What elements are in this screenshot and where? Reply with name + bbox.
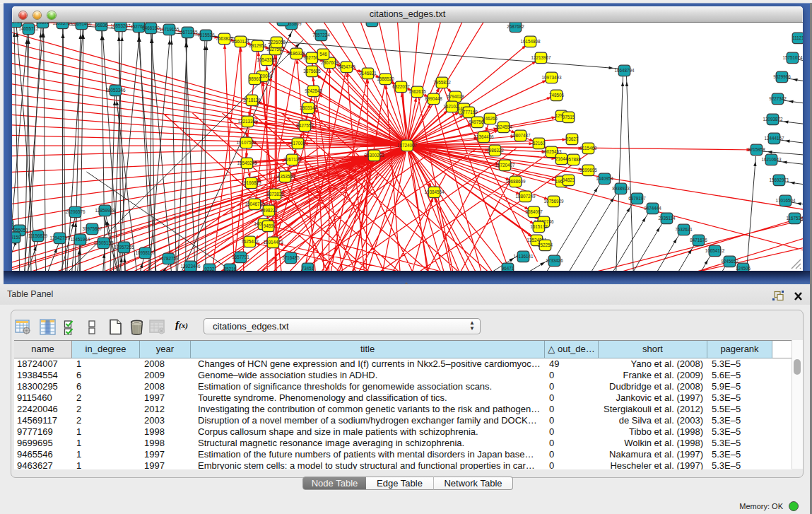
svg-text:546: 546	[319, 52, 327, 57]
svg-text:7955812: 7955812	[433, 80, 451, 85]
svg-text:11353594: 11353594	[276, 174, 295, 179]
svg-text:8990448: 8990448	[425, 96, 442, 101]
svg-text:12859928: 12859928	[95, 208, 115, 213]
svg-text:5716485: 5716485	[282, 255, 300, 260]
svg-text:96836: 96836	[95, 23, 108, 28]
svg-text:417006: 417006	[290, 141, 306, 146]
svg-text:9329966: 9329966	[773, 74, 791, 79]
svg-text:15720407: 15720407	[495, 163, 515, 168]
svg-text:6794028: 6794028	[447, 94, 464, 99]
svg-text:16782759: 16782759	[158, 256, 179, 261]
svg-text:3875685: 3875685	[303, 69, 321, 74]
svg-text:8873832: 8873832	[266, 192, 284, 197]
svg-text:9242848: 9242848	[305, 88, 322, 93]
svg-text:9146821: 9146821	[359, 71, 377, 76]
svg-text:8215958: 8215958	[748, 147, 765, 152]
svg-text:17957255: 17957255	[114, 245, 134, 250]
svg-text:9245652: 9245652	[721, 259, 739, 264]
svg-text:10756929: 10756929	[543, 199, 564, 204]
svg-text:8660124: 8660124	[232, 39, 249, 44]
svg-text:10654112: 10654112	[705, 248, 725, 253]
svg-text:8938923: 8938923	[612, 186, 630, 191]
svg-text:6322037: 6322037	[392, 84, 410, 89]
svg-text:30975867: 30975867	[82, 226, 102, 231]
svg-text:3267130: 3267130	[283, 157, 301, 162]
svg-text:10853267: 10853267	[110, 23, 131, 28]
svg-text:19384554: 19384554	[424, 189, 445, 194]
svg-text:26053346: 26053346	[105, 88, 126, 93]
svg-text:11121: 11121	[792, 35, 803, 40]
svg-text:1615132: 1615132	[530, 224, 548, 229]
svg-text:8427552: 8427552	[296, 123, 314, 128]
svg-text:10973493: 10973493	[541, 75, 562, 80]
svg-text:11451944: 11451944	[71, 237, 90, 242]
svg-text:7625402: 7625402	[241, 239, 259, 244]
svg-text:12444157: 12444157	[764, 136, 784, 141]
svg-text:1167534: 1167534	[786, 216, 803, 221]
svg-text:7515526: 7515526	[197, 33, 215, 37]
svg-text:73451: 73451	[302, 266, 314, 271]
svg-text:18724007: 18724007	[397, 143, 418, 148]
svg-text:6879197: 6879197	[628, 196, 646, 201]
svg-text:12213967: 12213967	[531, 55, 551, 60]
svg-text:2367608: 2367608	[321, 60, 339, 65]
svg-text:7632621: 7632621	[675, 227, 693, 232]
svg-text:7986322: 7986322	[486, 148, 504, 153]
svg-text:93627: 93627	[566, 136, 579, 141]
svg-text:7663822: 7663822	[216, 36, 233, 41]
svg-text:9498222: 9498222	[260, 208, 278, 213]
svg-text:20206576: 20206576	[65, 209, 86, 214]
svg-text:10688609: 10688609	[505, 179, 526, 184]
svg-text:12942757: 12942757	[49, 235, 70, 240]
svg-text:10958107: 10958107	[135, 250, 155, 255]
svg-text:746266: 746266	[483, 116, 498, 121]
svg-text:14055712: 14055712	[18, 26, 39, 31]
svg-text:957884: 957884	[566, 157, 582, 162]
svg-text:10719155: 10719155	[159, 27, 180, 32]
svg-text:98961: 98961	[249, 76, 261, 81]
svg-text:12213369: 12213369	[237, 119, 258, 124]
svg-text:96471: 96471	[502, 266, 514, 271]
svg-text:124506: 124506	[736, 266, 751, 271]
svg-text:97515: 97515	[563, 115, 575, 119]
svg-text:19166825: 19166825	[241, 180, 261, 185]
svg-text:9657791: 9657791	[232, 255, 249, 259]
svg-text:15751074: 15751074	[782, 55, 803, 60]
svg-text:16671355: 16671355	[177, 30, 198, 35]
svg-text:8454749: 8454749	[338, 64, 355, 69]
svg-text:8912954: 8912954	[249, 43, 266, 48]
svg-text:2687682: 2687682	[507, 24, 524, 29]
svg-text:1362615: 1362615	[408, 89, 426, 94]
svg-text:10807487: 10807487	[510, 133, 531, 138]
svg-text:14136141: 14136141	[513, 254, 534, 259]
svg-text:94823: 94823	[563, 177, 575, 182]
svg-text:18807249: 18807249	[515, 194, 536, 199]
svg-text:16648794: 16648794	[614, 68, 635, 73]
svg-text:9699695: 9699695	[579, 168, 597, 173]
svg-text:16549245: 16549245	[237, 160, 257, 165]
svg-text:15692971: 15692971	[769, 177, 789, 182]
svg-text:12923446: 12923446	[180, 264, 201, 269]
svg-text:1440954: 1440954	[596, 176, 613, 181]
svg-text:9115460: 9115460	[579, 146, 597, 151]
svg-text:748506: 748506	[549, 93, 565, 98]
svg-text:85216: 85216	[224, 267, 237, 271]
svg-text:16914479: 16914479	[263, 240, 283, 245]
svg-text:6466160: 6466160	[142, 25, 160, 30]
svg-text:10543382: 10543382	[257, 57, 277, 62]
svg-text:12505135: 12505135	[93, 240, 114, 245]
svg-text:12093872: 12093872	[763, 117, 783, 122]
svg-text:252254: 252254	[538, 243, 553, 247]
svg-text:2718126: 2718126	[243, 98, 261, 103]
svg-text:1588520: 1588520	[377, 76, 394, 81]
svg-text:9777169: 9777169	[460, 110, 478, 115]
svg-text:9232: 9232	[204, 267, 215, 271]
svg-text:3226058: 3226058	[268, 40, 286, 45]
svg-text:9227342: 9227342	[769, 96, 787, 101]
svg-text:62160: 62160	[533, 141, 546, 146]
svg-text:2803144: 2803144	[300, 105, 317, 110]
svg-text:39159: 39159	[12, 235, 21, 240]
svg-text:7857224: 7857224	[312, 33, 330, 37]
svg-text:8471676: 8471676	[690, 238, 707, 243]
svg-text:16154808: 16154808	[520, 39, 541, 44]
